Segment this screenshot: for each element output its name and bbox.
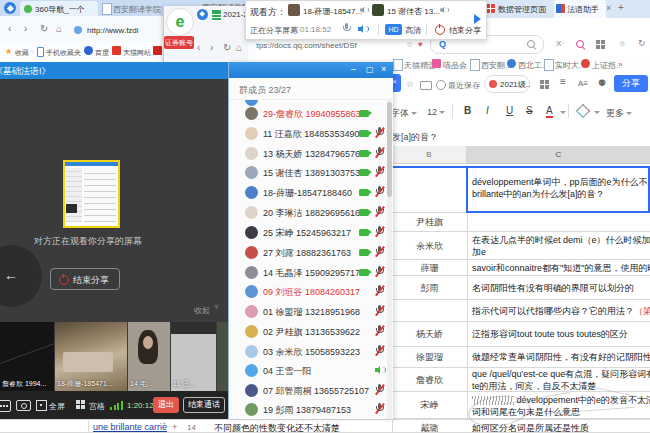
back-icon[interactable]: ‹ [8, 23, 11, 34]
bookmark-sse[interactable]: 上证指.. [592, 60, 620, 71]
member-row[interactable]: 01 徐盟瑠 13218951968 [229, 302, 393, 321]
member-row[interactable]: 29-詹睿欣 19940955863 [229, 104, 393, 123]
video-thumb-4[interactable]: 11 汪... [171, 322, 216, 391]
tab-xafy-1[interactable]: 西安翻译学院 [100, 1, 164, 16]
bookmark-tmall[interactable]: 天猫网站 [123, 48, 151, 58]
chat-icon[interactable] [0, 400, 11, 412]
fullscreen-icon[interactable] [36, 400, 47, 411]
doc-tab-pill[interactable]: 2021级.. › [484, 75, 530, 93]
magnifier-icon[interactable] [576, 40, 584, 48]
sheet-row[interactable]: une brillante carriè + 14 不同颜色的性数变化还不太清楚… [0, 419, 650, 433]
grid-view-label[interactable]: 宫格 [89, 401, 105, 412]
new-sheet-icon[interactable] [540, 80, 549, 89]
member-row[interactable]: 18-薛珊-18547188460 [229, 183, 393, 202]
speaker-icon[interactable] [358, 24, 370, 34]
video-thumb-2[interactable]: 18-薛珊-185471... [55, 322, 127, 391]
tab-data-admin[interactable]: 数据管理页面 [486, 1, 552, 17]
scrollbar-thumb[interactable] [387, 102, 392, 197]
back-circle[interactable]: ← [0, 245, 42, 307]
home-icon[interactable]: ⌂ [56, 23, 62, 34]
video-thumb-3[interactable]: 14 毛... [128, 322, 170, 391]
add-row-icon[interactable]: + [172, 422, 177, 432]
hd-badge[interactable]: HD [385, 24, 402, 35]
more-button[interactable]: 更多 [606, 107, 632, 120]
new-tab-icon[interactable]: + [618, 2, 624, 13]
redo-icon[interactable]: ↻ [638, 38, 646, 48]
forward-icon[interactable]: › [210, 42, 213, 53]
member-row[interactable]: 19 彭雨 13879487153 [229, 400, 393, 419]
search-icon[interactable] [527, 40, 535, 48]
add-user-icon[interactable]: ⚉ [598, 78, 606, 88]
grid-view-icon[interactable] [76, 400, 85, 409]
address-url[interactable]: https://docs.qq.com/sheet/DSf [250, 41, 357, 50]
sheet-cell-b[interactable]: 杨天娇 [392, 322, 467, 347]
home-icon[interactable]: ⌂ [236, 42, 242, 53]
bookmark-star-icon[interactable]: ☆ [406, 40, 413, 49]
sheet-cell-c[interactable]: 名词阴阳性有没有明确的界限可以划分的 [472, 282, 650, 294]
stock-app-icon[interactable]: e [166, 8, 194, 36]
bookmark-fav[interactable]: 收藏 [15, 48, 29, 58]
sheet-cell-c[interactable]: savoir和connaitre都有"知道"的意思，使用的时候如何区 [472, 262, 650, 274]
collapse-label[interactable]: 收起 [194, 305, 210, 316]
sheet-cell-c[interactable]: que /quel/qu'est-ce que有点混，疑问形容词有点混。还有te… [472, 368, 650, 392]
browser-logo-icon[interactable] [4, 2, 16, 14]
mic-icon[interactable] [342, 23, 351, 35]
font-color-button[interactable]: A [546, 105, 553, 118]
sheet-cell-b[interactable]: 余米欣 [392, 232, 467, 260]
list-view-icon[interactable]: ≡ [560, 76, 566, 87]
member-row[interactable]: 02 尹桂旗 13136539622 [229, 322, 393, 341]
fav-star-icon[interactable]: ★ [5, 47, 12, 56]
video-end-share-button[interactable]: 结束分享 [50, 268, 120, 290]
tab-close-icon[interactable]: × [606, 3, 611, 13]
forward-icon[interactable]: › [24, 23, 27, 34]
video-thumb-1[interactable]: 詹睿欣 1994... [0, 322, 54, 391]
member-row[interactable]: 11 汪嘉欣 18485353490 [229, 124, 393, 143]
caret-down-icon[interactable] [594, 111, 600, 114]
tab-french-helper[interactable]: 法语助手 [554, 0, 606, 18]
settings-gear-icon[interactable]: ☼ [618, 38, 626, 48]
collapse-chevrons-icon[interactable]: » [212, 304, 221, 308]
sheet-cell-b[interactable]: 尹桂旗 [392, 213, 467, 232]
share-preview-thumbnail[interactable] [63, 160, 120, 228]
bookmark-baidu[interactable]: 百度 [95, 48, 109, 58]
bookmark-nwpu[interactable]: 西北工.. [518, 60, 546, 71]
docs-star-icon[interactable]: ☆ [406, 79, 414, 89]
bookmarks-overflow-icon[interactable]: » [618, 60, 622, 69]
font-size-select[interactable]: 12 [427, 107, 445, 117]
sheet-cell-b[interactable]: 徐盟瑠 [392, 347, 467, 368]
bookmark-miao[interactable]: 喵品会 [443, 60, 467, 71]
member-panel-title-bar[interactable]: – ▢ × [229, 62, 393, 78]
back-icon[interactable]: ‹ [197, 42, 200, 53]
sheet-cell-b[interactable]: 詹睿欣 [392, 368, 467, 392]
member-row[interactable]: 07 邱管雨桐 13655725107 [229, 381, 393, 400]
member-row[interactable]: 20 李琳洁 18829695616 [229, 203, 393, 222]
reload-icon[interactable]: ↻ [40, 23, 48, 34]
address-url[interactable]: http://www.fzdi [87, 26, 139, 35]
sheet-cell-c[interactable]: 指示代词可以代指哪些内容？它的用法？（第10课） [472, 305, 650, 317]
column-header-b[interactable]: B [392, 146, 467, 164]
sheet-cell-b[interactable]: 戴璐 [392, 422, 467, 433]
sheet-cell-b[interactable]: 彭雨 [392, 276, 467, 300]
formula-bar[interactable]: 发[a]的音？ [388, 126, 650, 147]
member-row[interactable]: 09 刘垣谷 18084260317 [229, 282, 393, 301]
strikethrough-button[interactable]: S [526, 105, 533, 116]
sheet-cell-c[interactable]: 做题经常查单词阴阳性，有没有好的记阴阳性的方法？ [472, 351, 650, 363]
end-share-button[interactable]: 结束分享 [449, 25, 481, 36]
camera-share-icon[interactable] [16, 400, 31, 411]
sheet-cell-c[interactable]: 在表达几点半的时候et demi（e）什么时候加e什么时候不加e [472, 234, 650, 258]
selected-cell-outline[interactable] [466, 166, 650, 213]
cut-icon[interactable]: X· [556, 39, 564, 48]
member-row[interactable]: 25 宋峥 15245963217 [229, 223, 393, 242]
bookmark-market[interactable]: 实时大.. [555, 60, 583, 71]
sheet-cell-b[interactable]: 宋峥 [392, 392, 467, 419]
bookmark-phone-favs[interactable]: 手机收藏夹 [46, 48, 81, 58]
fullscreen-label[interactable]: 全屏 [49, 401, 65, 412]
member-row[interactable]: 14 毛晶泽 15909295717 [229, 263, 393, 282]
font-select[interactable]: 字体 [391, 107, 417, 120]
expand-arrow-icon[interactable] [474, 14, 481, 24]
like-heart-icon[interactable]: ♥ [418, 40, 423, 49]
member-row[interactable]: 15 谢佳杏 13891303753... [229, 163, 393, 182]
tab-360-nav[interactable]: 360导航_一个 [20, 1, 98, 16]
member-row[interactable]: 13 杨天娇 13284796576 [229, 144, 393, 163]
italic-button[interactable]: I [486, 105, 489, 116]
